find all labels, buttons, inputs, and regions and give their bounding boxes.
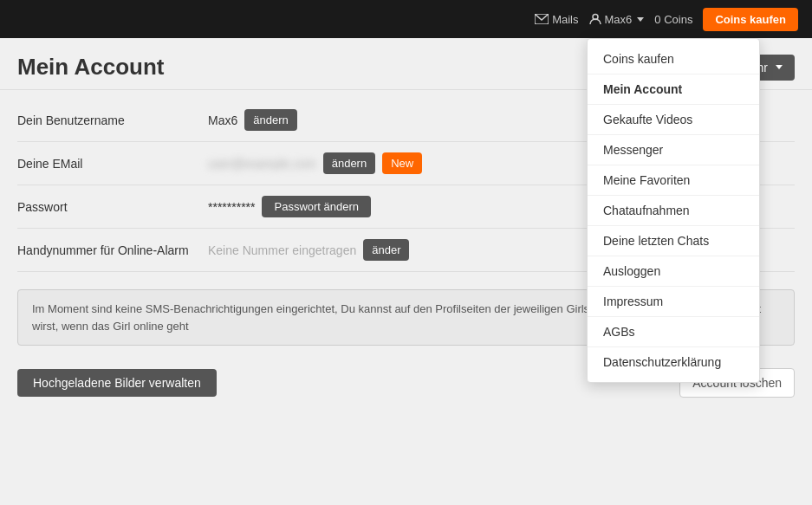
navbar: Mails Max6 0 Coins Coins kaufen <box>0 0 812 38</box>
user-chevron-icon <box>637 17 644 22</box>
email-change-button[interactable]: ändern <box>323 152 375 174</box>
dropdown-item-messenger[interactable]: Messenger <box>588 135 759 165</box>
user-icon <box>589 13 601 25</box>
email-label: Deine EMail <box>17 157 208 171</box>
user-label: Max6 <box>605 13 633 26</box>
coins-kaufen-button[interactable]: Coins kaufen <box>703 8 798 31</box>
user-nav-item[interactable]: Max6 <box>589 13 645 26</box>
username-value: Max6 <box>208 113 237 127</box>
dropdown-item-gekaufte-videos[interactable]: Gekaufte Videos <box>588 105 759 135</box>
password-value: ********** <box>208 200 255 214</box>
password-label: Passwort <box>17 200 208 214</box>
dropdown-item-mein-account[interactable]: Mein Account <box>588 74 759 105</box>
password-change-button[interactable]: Passwort ändern <box>262 196 371 217</box>
email-new-button[interactable]: New <box>382 152 422 174</box>
username-change-button[interactable]: ändern <box>244 109 296 131</box>
dropdown-item-meine-favoriten[interactable]: Meine Favoriten <box>588 165 759 196</box>
coins-label: 0 Coins <box>654 13 692 26</box>
phone-label: Handynummer für Online-Alarm <box>17 243 208 257</box>
envelope-icon <box>535 14 549 24</box>
dropdown-item-ausloggen[interactable]: Ausloggen <box>588 256 759 287</box>
email-value: user@example.com <box>208 157 316 171</box>
phone-change-button[interactable]: änder <box>363 239 409 261</box>
username-label: Dein Benutzername <box>17 113 208 127</box>
user-dropdown: Coins kaufenMein AccountGekaufte VideosM… <box>587 38 760 383</box>
dropdown-item-coins-kaufen[interactable]: Coins kaufen <box>588 44 759 74</box>
phone-value: Keine Nummer eingetragen <box>208 243 356 257</box>
dropdown-item-agbs[interactable]: AGBs <box>588 317 759 347</box>
mails-label: Mails <box>552 13 578 26</box>
dropdown-item-deine-letzten-chats[interactable]: Deine letzten Chats <box>588 226 759 256</box>
dropdown-item-chataufnahmen[interactable]: Chataufnahmen <box>588 196 759 226</box>
mehr-chevron-icon <box>776 65 783 69</box>
dropdown-item-datenschutzerklaerung[interactable]: Datenschutzerklärung <box>588 347 759 377</box>
mails-nav-item[interactable]: Mails <box>535 13 578 26</box>
page-title: Mein Account <box>17 54 164 81</box>
manage-images-button[interactable]: Hochgeladene Bilder verwalten <box>17 369 217 397</box>
dropdown-item-impressum[interactable]: Impressum <box>588 287 759 317</box>
